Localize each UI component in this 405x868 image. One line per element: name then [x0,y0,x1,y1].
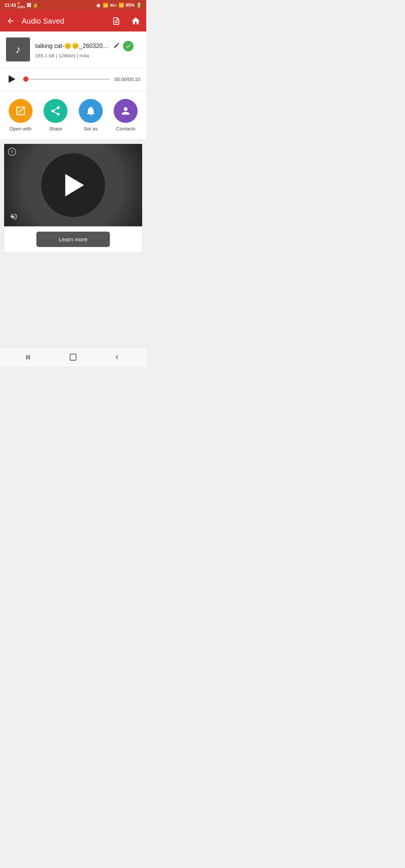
photo-icon: 🖼 [27,3,31,8]
status-data-speed: 0KB/s [18,1,26,9]
network-4g-icon: 4G+ [110,3,117,7]
set-as-label: Set as [84,126,98,132]
contacts-circle [114,99,138,123]
file-thumbnail: ♪ [6,37,30,61]
play-button[interactable] [6,73,18,85]
status-left: 11:43 0KB/s 🖼 🔒 [4,1,38,9]
music-note-icon: ♪ [15,43,21,55]
status-bar: 11:43 0KB/s 🖼 🔒 ⏰ 📶 4G+ 📶 95% 🔋 [0,0,146,10]
contacts-label: Contacts [116,126,135,132]
video-play-icon [65,174,84,196]
help-icon[interactable]: ? [8,148,16,156]
battery-icon: 🔋 [136,3,142,8]
file-details: talking cat-😐😐_26032024.... 165.1 kB | 1… [35,41,140,58]
status-time: 11:43 [4,3,16,8]
app-bar: Audio Saved [0,10,146,31]
action-set-as[interactable]: Set as [76,99,106,132]
action-contacts[interactable]: Contacts [111,99,141,132]
action-share[interactable]: Share [40,99,70,132]
edit-icon[interactable] [113,42,120,50]
check-icon [123,41,134,51]
share-label: Share [49,126,62,132]
file-name-row: talking cat-😐😐_26032024.... [35,41,140,51]
recent-apps-button[interactable] [22,350,37,365]
app-bar-title: Audio Saved [22,17,105,25]
time-label: 00:00/00:10 [114,76,140,82]
learn-more-button[interactable]: Learn more [36,232,110,247]
battery-label: 95% [126,3,135,8]
mute-icon[interactable] [9,211,19,222]
back-button[interactable] [5,16,16,26]
file-info-section: ♪ talking cat-😐😐_26032024.... 165.1 kB |… [0,31,146,67]
play-triangle-icon [9,75,15,83]
status-right: ⏰ 📶 4G+ 📶 95% 🔋 [96,3,142,8]
open-with-circle [9,99,33,123]
learn-more-bar: Learn more [4,226,142,252]
video-bg-circle [41,153,105,217]
open-with-label: Open with [9,126,32,132]
ad-container: ? Learn more [4,144,142,253]
progress-bar[interactable] [22,75,110,83]
file-meta: 165.1 kB | 128kb/s | m4a [35,53,140,58]
signal-icon: 📶 [118,3,124,8]
back-nav-button[interactable] [110,350,124,365]
actions-section: Open with Share Set as Contacts [0,91,146,139]
video-area[interactable]: ? [4,144,142,226]
home-button[interactable] [130,16,141,26]
file-name: talking cat-😐😐_26032024.... [35,42,110,49]
audio-player: 00:00/00:10 [0,67,146,91]
alarm-icon: ⏰ [96,3,101,8]
empty-space [0,257,146,347]
set-as-circle [79,99,103,123]
svg-rect-1 [28,355,28,359]
svg-rect-0 [26,355,27,359]
home-nav-button[interactable] [66,350,81,365]
progress-track [22,79,110,80]
lock-icon: 🔒 [33,3,38,8]
wifi-icon: 📶 [103,3,108,8]
bottom-nav [0,347,146,367]
svg-rect-3 [70,354,76,360]
progress-thumb[interactable] [23,76,28,82]
share-circle [44,99,68,123]
svg-rect-2 [29,355,30,359]
export-button[interactable] [111,16,122,26]
action-open-with[interactable]: Open with [6,99,36,132]
